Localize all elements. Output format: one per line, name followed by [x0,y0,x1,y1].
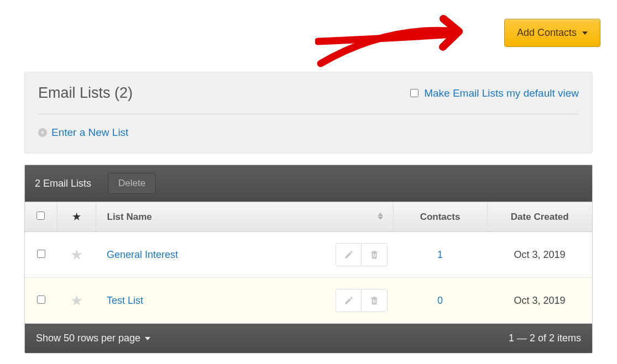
default-view-checkbox[interactable] [410,89,419,97]
delete-row-button[interactable] [362,289,387,312]
contacts-link[interactable]: 0 [437,295,443,306]
trash-icon [369,250,379,260]
edit-button[interactable] [336,289,362,312]
row-checkbox[interactable] [37,296,45,304]
plus-circle-icon: + [38,128,47,137]
panel-title: Email Lists (2) [38,85,133,102]
table-row: ★ Test List 0 [25,278,592,324]
caret-down-icon [582,31,588,35]
delete-button[interactable]: Delete [108,173,156,194]
add-contacts-label: Add Contacts [517,27,577,39]
table-row: ★ General Interest 1 [25,232,592,278]
rows-per-page-label: Show 50 rows per page [36,333,140,344]
add-contacts-button[interactable]: Add Contacts [504,19,600,47]
annotation-arrow [315,11,481,77]
sort-icon [378,213,383,220]
edit-button[interactable] [336,244,362,266]
delete-row-button[interactable] [362,244,387,266]
email-lists-table: 2 Email Lists Delete ★ List Name Contact… [24,165,593,354]
list-name-link[interactable]: General Interest [107,249,178,261]
star-icon[interactable]: ★ [70,246,83,263]
star-icon: ★ [72,212,81,222]
pagination-label: 1 — 2 of 2 items [509,333,581,344]
enter-new-list-label: Enter a New List [51,126,128,139]
pencil-icon [344,296,354,305]
default-view-link[interactable]: Make Email Lists my default view [424,87,579,99]
header-checkbox-cell [25,202,57,232]
select-all-checkbox[interactable] [36,212,45,220]
enter-new-list-button[interactable]: + Enter a New List [38,126,579,139]
header-contacts[interactable]: Contacts [393,202,487,232]
rows-per-page-select[interactable]: Show 50 rows per page [36,333,150,344]
header-star-cell: ★ [57,202,96,232]
list-name-link[interactable]: Test List [107,295,143,307]
header-list-name[interactable]: List Name [96,202,393,232]
date-created: Oct 3, 2019 [487,232,592,278]
row-checkbox[interactable] [37,250,45,258]
pencil-icon [344,250,354,260]
toolbar-count: 2 Email Lists [35,178,91,189]
date-created: Oct 3, 2019 [487,278,592,324]
star-icon[interactable]: ★ [70,292,83,309]
email-lists-panel: Email Lists (2) Make Email Lists my defa… [24,72,593,154]
contacts-link[interactable]: 1 [437,249,443,260]
caret-down-icon [145,337,150,340]
header-date-created[interactable]: Date Created [487,202,592,232]
trash-icon [369,296,379,305]
